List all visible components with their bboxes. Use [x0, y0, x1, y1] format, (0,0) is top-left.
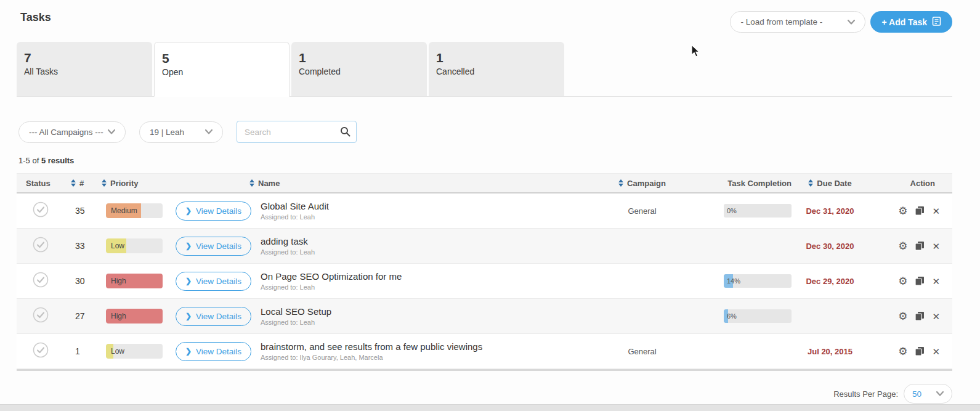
due-date: Dec 29, 2020 — [798, 277, 862, 286]
search-input[interactable] — [237, 121, 357, 143]
duplicate-copy-icon[interactable] — [915, 346, 925, 356]
priority-cell: Low — [102, 238, 176, 253]
priority-badge: Medium — [106, 203, 163, 218]
status-check-icon[interactable] — [33, 349, 49, 360]
view-details-button[interactable]: ❯ View Details — [176, 272, 251, 291]
name-cell: Local SEO Setup Assigned to: Leah — [259, 306, 594, 326]
settings-gear-icon[interactable]: ⚙ — [898, 346, 907, 357]
chevron-right-icon: ❯ — [185, 242, 192, 250]
tab-label: Cancelled — [436, 67, 564, 76]
status-check-icon[interactable] — [33, 244, 49, 254]
column-header-action: Action — [862, 179, 952, 188]
results-per-page-dropdown[interactable]: 50 — [904, 384, 952, 404]
view-details-button[interactable]: ❯ View Details — [176, 307, 251, 326]
results-total: 5 results — [41, 156, 74, 165]
task-name[interactable]: Global Site Audit — [261, 201, 594, 211]
status-check-icon[interactable] — [33, 209, 49, 219]
results-range: 1-5 of — [18, 156, 39, 165]
horizontal-scrollbar[interactable] — [0, 404, 980, 411]
task-assigned: Assigned to: Ilya Gourary, Leah, Marcela — [261, 354, 594, 361]
due-date: Dec 30, 2020 — [798, 242, 862, 251]
column-header-completion: Task Completion — [690, 179, 798, 188]
column-header-name[interactable]: Name — [249, 179, 594, 188]
view-details-button[interactable]: ❯ View Details — [176, 201, 251, 221]
delete-x-icon[interactable]: ✕ — [932, 242, 940, 251]
settings-gear-icon[interactable]: ⚙ — [898, 311, 907, 322]
task-name[interactable]: brainstorm, and see results from a few p… — [261, 341, 594, 352]
view-details-button[interactable]: ❯ View Details — [176, 237, 251, 256]
action-cell: ⚙ ✕ — [862, 346, 952, 357]
tab-label: Open — [162, 67, 289, 77]
settings-gear-icon[interactable]: ⚙ — [898, 206, 907, 216]
chevron-right-icon: ❯ — [185, 277, 192, 285]
delete-x-icon[interactable]: ✕ — [932, 347, 940, 356]
priority-label: Low — [106, 238, 163, 253]
column-label: Action — [910, 179, 935, 188]
status-check-icon[interactable] — [33, 279, 49, 290]
view-details-label: View Details — [196, 312, 241, 321]
chevron-down-icon — [108, 129, 115, 134]
settings-gear-icon[interactable]: ⚙ — [898, 241, 907, 251]
tasks-table: Status # Priority Name Campaign Task Com… — [17, 173, 952, 371]
sort-icon[interactable] — [102, 179, 107, 187]
action-cell: ⚙ ✕ — [862, 241, 952, 251]
table-row: 33 Low ❯ View Details adding task Assign… — [17, 229, 952, 264]
sort-icon[interactable] — [618, 179, 623, 187]
view-details-label: View Details — [196, 277, 241, 286]
status-check-icon[interactable] — [33, 314, 49, 325]
add-task-button[interactable]: + Add Task — [870, 11, 952, 33]
task-name[interactable]: On Page SEO Optimization for me — [261, 271, 594, 282]
load-from-template-dropdown[interactable]: - Load from template - — [730, 11, 865, 33]
delete-x-icon[interactable]: ✕ — [932, 206, 940, 216]
search-box — [237, 121, 357, 143]
column-header-priority[interactable]: Priority — [102, 179, 176, 188]
tab-open[interactable]: 5 Open — [154, 42, 290, 97]
sort-icon[interactable] — [249, 179, 254, 187]
duplicate-copy-icon[interactable] — [915, 241, 925, 251]
priority-badge: High — [106, 309, 163, 324]
column-header-due-date[interactable]: Due Date — [798, 179, 862, 188]
task-name[interactable]: adding task — [261, 236, 594, 246]
chevron-right-icon: ❯ — [185, 312, 192, 320]
column-label: Status — [26, 179, 51, 188]
priority-cell: High — [102, 309, 176, 324]
sort-icon[interactable] — [808, 179, 813, 187]
sort-icon[interactable] — [71, 179, 76, 187]
tab-completed[interactable]: 1 Completed — [291, 42, 427, 96]
tab-label: All Tasks — [24, 67, 152, 76]
tab-count: 7 — [24, 50, 152, 65]
chevron-down-icon — [936, 391, 944, 396]
search-icon[interactable] — [340, 126, 350, 139]
duplicate-copy-icon[interactable] — [915, 206, 925, 216]
chevron-right-icon: ❯ — [185, 347, 192, 356]
completion-cell: 0% — [690, 204, 798, 218]
completion-label: 0% — [724, 204, 792, 218]
status-cell — [17, 272, 71, 290]
column-label: Due Date — [817, 179, 851, 188]
column-header-campaign[interactable]: Campaign — [594, 179, 690, 188]
view-details-button[interactable]: ❯ View Details — [176, 342, 251, 361]
column-header-number[interactable]: # — [71, 179, 102, 188]
tab-cancelled[interactable]: 1 Cancelled — [429, 42, 564, 96]
campaign-filter-dropdown[interactable]: --- All Campaigns --- — [18, 121, 126, 143]
assignee-filter-dropdown[interactable]: 19 | Leah — [139, 121, 223, 143]
task-name[interactable]: Local SEO Setup — [261, 306, 594, 317]
settings-gear-icon[interactable]: ⚙ — [898, 276, 907, 287]
filter-bar: --- All Campaigns --- 19 | Leah — [17, 121, 952, 143]
task-number: 30 — [71, 276, 102, 286]
chevron-down-icon — [848, 20, 855, 25]
tab-count: 1 — [299, 50, 427, 65]
assignee-filter-value: 19 | Leah — [150, 128, 184, 137]
task-number: 1 — [71, 346, 102, 356]
completion-bar: 0% — [724, 204, 792, 218]
task-number: 27 — [71, 311, 102, 321]
priority-badge: Low — [106, 344, 163, 359]
campaign-filter-value: --- All Campaigns --- — [29, 128, 103, 137]
duplicate-copy-icon[interactable] — [915, 311, 925, 321]
delete-x-icon[interactable]: ✕ — [932, 277, 940, 286]
task-number: 33 — [71, 241, 102, 251]
due-date: Dec 31, 2020 — [798, 206, 862, 216]
tab-all-tasks[interactable]: 7 All Tasks — [17, 42, 152, 96]
duplicate-copy-icon[interactable] — [915, 276, 925, 286]
delete-x-icon[interactable]: ✕ — [932, 312, 940, 321]
